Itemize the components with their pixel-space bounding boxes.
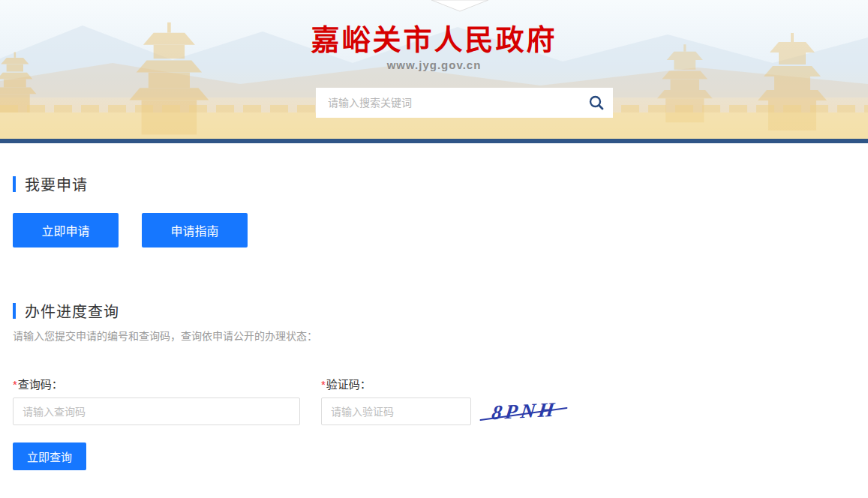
query-code-label: *查询码： — [13, 376, 63, 392]
captcha-image[interactable]: 8PNH — [482, 395, 566, 427]
banner-bottom-bar — [0, 139, 868, 143]
apply-guide-button[interactable]: 申请指南 — [142, 213, 248, 248]
captcha-label-text: 验证码： — [326, 378, 371, 391]
progress-section-title: 办件进度查询 — [25, 300, 119, 322]
chevron-down-icon[interactable] — [431, 0, 488, 12]
query-now-button[interactable]: 立即查询 — [13, 442, 86, 470]
required-asterisk: * — [13, 378, 17, 391]
progress-section-heading: 办件进度查询 — [13, 300, 119, 322]
site-title: 嘉峪关市人民政府 — [0, 16, 868, 58]
search-box — [316, 88, 613, 118]
search-input[interactable] — [316, 88, 580, 118]
captcha-input[interactable] — [321, 398, 471, 425]
heading-accent-bar — [13, 303, 16, 319]
required-asterisk: * — [321, 378, 326, 391]
query-code-label-text: 查询码： — [18, 378, 63, 391]
banner: 嘉峪关市人民政府 www.jyg.gov.cn — [0, 0, 868, 143]
page: 嘉峪关市人民政府 www.jyg.gov.cn 我要申请 立即申请 申请指南 办… — [0, 0, 868, 498]
captcha-label: *验证码： — [321, 376, 371, 392]
search-button[interactable] — [580, 88, 613, 118]
query-code-input[interactable] — [13, 398, 300, 425]
apply-section-title: 我要申请 — [25, 173, 88, 195]
search-icon — [588, 94, 605, 111]
apply-now-button[interactable]: 立即申请 — [13, 213, 119, 248]
site-url: www.jyg.gov.cn — [0, 58, 868, 71]
progress-description: 请输入您提交申请的编号和查询码，查询依申请公开的办理状态： — [13, 328, 317, 343]
heading-accent-bar — [13, 176, 16, 192]
apply-section-heading: 我要申请 — [13, 173, 88, 195]
